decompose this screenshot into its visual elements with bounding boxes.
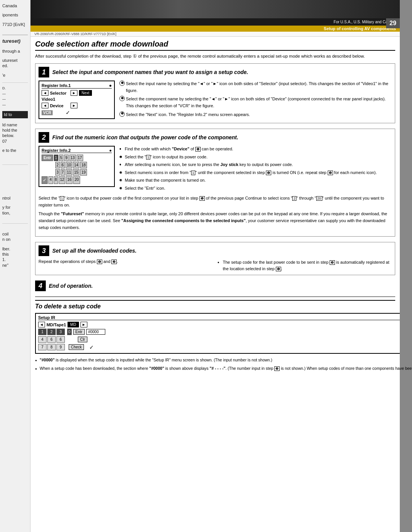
num-8[interactable]: 8: [54, 176, 58, 184]
ir-num-row1: 1 2 3 0 Entr #0000: [38, 329, 412, 335]
step-2-para2: Though the "Futureset" memory in your re…: [39, 211, 392, 231]
device-label: Device: [50, 103, 69, 108]
step-1-number: 1: [39, 67, 49, 77]
selector-row: ◄ Selector ► Next: [42, 90, 112, 96]
num-4[interactable]: 4: [48, 176, 53, 184]
video-row: Video1: [42, 97, 112, 102]
sidebar-item-through: through a: [2, 48, 28, 54]
step-2-content: Register Info.2 ● Entr 1 5 9 13 17: [39, 146, 392, 193]
num-1[interactable]: 1: [54, 155, 58, 161]
step-3-title: Set up all the downloaded codes.: [52, 248, 137, 254]
ir-left-arrow[interactable]: ◄: [38, 322, 45, 327]
reg2-row2: 2 6 10 14 18: [42, 162, 112, 168]
num-11[interactable]: 11: [66, 169, 72, 176]
ir-right-arrow[interactable]: ►: [80, 322, 87, 327]
ir-clr-btn[interactable]: Clr: [78, 337, 87, 342]
section-title: Code selection after mode download: [35, 40, 395, 51]
num-13[interactable]: 13: [69, 155, 76, 161]
delete-section-content: Setup IR ● ◄ MD/Tape1 MD ► 1 2: [35, 313, 395, 532]
ir-num-8[interactable]: 8: [47, 344, 56, 350]
sidebar-item-ntrol: ntrol: [2, 195, 28, 201]
sidebar-item-lber: lber.this1.ne": [2, 246, 28, 268]
device-right-arrow[interactable]: ►: [71, 103, 77, 108]
step-1-left: Register Info.1 ● ◄ Selector ► Next Vide…: [39, 81, 115, 120]
step-2-left: Register Info.2 ● Entr 1 5 9 13 17: [39, 146, 115, 193]
ir-num-6b[interactable]: 6: [56, 336, 65, 343]
num-12[interactable]: 12: [59, 176, 65, 184]
header-subtitle: Setup of controlling AV components: [31, 26, 400, 32]
reg2-row3: 3 7 11 15 19: [42, 169, 112, 176]
sidebar-item-e-to-the: e to the: [2, 148, 28, 153]
right-strip: [400, 0, 412, 532]
ir-num-6a[interactable]: 6: [47, 336, 56, 343]
step-4-title: End of operation.: [49, 283, 93, 289]
circle-2: ❷: [119, 96, 125, 101]
num-10[interactable]: 10: [66, 162, 72, 168]
register-info-1-title: Register Info.1 ●: [42, 83, 112, 89]
ir-confirm-icon[interactable]: ✓: [89, 344, 94, 350]
instruction-1-1: ❶ Select the input name by selecting the…: [119, 81, 392, 94]
step-2-number: 2: [39, 132, 49, 143]
instruction-1-3: ❸ Select the "Next" icon. The "Register …: [119, 111, 392, 118]
ir-num-3[interactable]: 3: [56, 329, 65, 335]
step-3-header: 3 Set up all the downloaded codes.: [39, 245, 392, 256]
setup-ir-title: Setup IR ●: [38, 315, 412, 320]
num-15[interactable]: 15: [73, 169, 79, 176]
page-number: 29: [386, 18, 400, 28]
delete-notes: ● "#0000" is displayed when the setup co…: [35, 357, 412, 372]
num-6[interactable]: 6: [61, 162, 65, 168]
num-7[interactable]: 7: [61, 169, 65, 176]
ir-check-btn[interactable]: Check: [69, 344, 84, 350]
ir-num-1[interactable]: 1: [38, 329, 47, 335]
num-9[interactable]: 9: [64, 155, 69, 161]
selector-left-arrow[interactable]: ◄: [42, 90, 48, 96]
ir-num-0[interactable]: 0: [67, 329, 72, 335]
selector-label: Selector: [50, 91, 69, 95]
register-info-2-box: Register Info.2 ● Entr 1 5 9 13 17: [39, 146, 115, 187]
num-2[interactable]: 2: [55, 162, 60, 168]
device-left-arrow[interactable]: ◄: [42, 103, 48, 108]
sidebar-item-coil: coiln on: [2, 231, 28, 242]
num-19[interactable]: 19: [80, 169, 87, 176]
num-14[interactable]: 14: [73, 162, 79, 168]
header-image-strip: [31, 0, 400, 18]
section-divider: [35, 297, 395, 297]
setup-ir-box: Setup IR ● ◄ MD/Tape1 MD ► 1 2: [35, 313, 412, 354]
ir-num-2[interactable]: 2: [47, 329, 56, 335]
num-20[interactable]: 20: [73, 176, 80, 184]
check-cell[interactable]: ✓: [42, 176, 48, 184]
delete-section-title: To delete a setup code: [35, 300, 395, 310]
content-area: Code selection after mode download After…: [31, 37, 400, 532]
step-2-bullet-4: ❷ Select numeric icons in order from "1"…: [119, 169, 392, 176]
ir-entr-btn[interactable]: Entr: [73, 329, 85, 335]
num-3[interactable]: 3: [55, 169, 60, 176]
sidebar-item-model: 771D [En/K]: [2, 22, 28, 27]
video-label: Video1: [42, 97, 61, 102]
step-2-bullet-1: ● Find the code with which "Device" of ❶…: [119, 146, 392, 152]
ir-num-7[interactable]: 7: [38, 344, 47, 350]
num-17[interactable]: 17: [77, 155, 83, 161]
step-1-content: Register Info.1 ● ◄ Selector ► Next Vide…: [39, 81, 392, 120]
check-icon[interactable]: ✓: [66, 110, 70, 116]
next-button[interactable]: Next: [79, 90, 92, 96]
step-3-left: Repeat the operations of steps ❶ and ❷.: [39, 259, 213, 272]
circle-3: ❸: [119, 111, 125, 117]
entr-cell[interactable]: Entr: [42, 155, 53, 161]
num-5[interactable]: 5: [59, 155, 64, 161]
step-4-block: 4 End of operation.: [35, 281, 395, 291]
step-2-header: 2 Find out the numeric icon that outputs…: [39, 132, 392, 143]
ir-num-grid: 1 2 3: [38, 329, 65, 335]
step-2-block: 2 Find out the numeric icon that outputs…: [35, 129, 395, 237]
sidebar-item-y-for: y fortion,: [2, 205, 28, 216]
step-1-header: 1 Select the input and component names t…: [39, 67, 392, 77]
ir-num-9[interactable]: 9: [56, 344, 65, 350]
device-row: ◄ Device ►: [42, 103, 112, 108]
step-3-content: Repeat the operations of steps ❶ and ❷. …: [39, 259, 392, 272]
sidebar-item-id-to: Id to: [2, 111, 28, 118]
sidebar-item-utureset: utureseted.: [2, 58, 28, 69]
num-18[interactable]: 18: [80, 162, 87, 168]
ir-num-4[interactable]: 4: [38, 336, 47, 343]
num-16[interactable]: 16: [66, 176, 72, 184]
selector-right-arrow[interactable]: ►: [71, 90, 77, 96]
ir-md-btn[interactable]: MD: [68, 322, 79, 327]
